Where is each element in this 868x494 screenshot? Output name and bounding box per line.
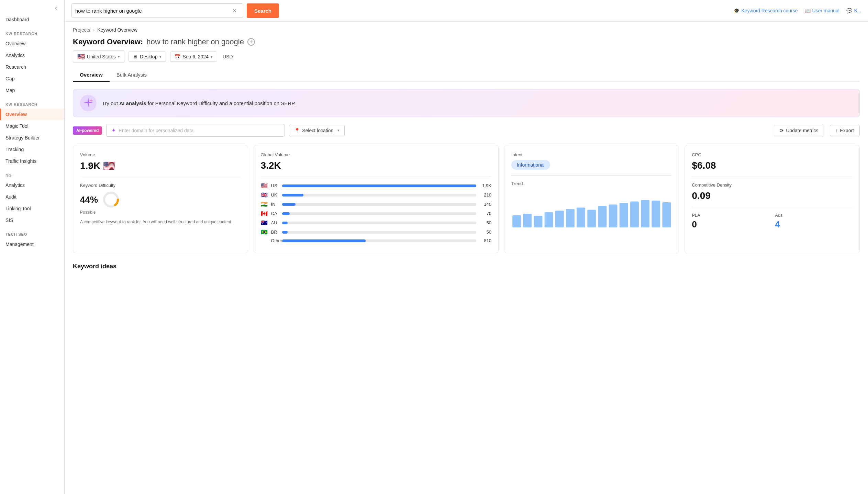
breadcrumb-current: Keyword Overview <box>97 27 137 33</box>
metrics-row: Volume 1.9K 🇺🇸 Keyword Difficulty 44% Po… <box>73 145 860 253</box>
sidebar-item-ng-sis[interactable]: SIS <box>0 214 64 226</box>
country-count: 50 <box>479 229 491 235</box>
intent-trend-card: Intent Informational Trend <box>504 145 679 253</box>
country-count: 50 <box>479 220 491 225</box>
graduation-icon: 🎓 <box>734 8 739 13</box>
sidebar-item-kw-gap[interactable]: Gap <box>0 73 64 85</box>
sidebar-item-kw-traffic[interactable]: Traffic Insights <box>0 155 64 167</box>
bar-fill <box>282 231 288 234</box>
filters-row: 🇺🇸 United States ▾ 🖥 Desktop ▾ 📅 Sep 6, … <box>73 50 860 63</box>
location-selector[interactable]: 📍 Select location ▾ <box>289 125 345 136</box>
sidebar-item-kw-overview[interactable]: Overview <box>0 38 64 49</box>
export-icon: ↑ <box>836 128 838 133</box>
sidebar-item-ng-analytics[interactable]: Analytics <box>0 179 64 191</box>
trend-bar <box>652 201 660 227</box>
competitive-density-label: Competitive Density <box>692 182 853 188</box>
tab-overview[interactable]: Overview <box>73 68 110 82</box>
trend-chart <box>511 193 672 227</box>
country-count: 210 <box>479 192 491 198</box>
search-clear-icon[interactable]: ✕ <box>232 8 237 14</box>
search-input[interactable] <box>75 8 232 14</box>
ai-banner-text: Try out AI analysis for Personal Keyword… <box>102 100 296 106</box>
ai-banner: Try out AI analysis for Personal Keyword… <box>73 89 860 117</box>
search-button[interactable]: Search <box>247 3 279 18</box>
sidebar-item-label: Dashboard <box>5 17 29 22</box>
page-title-static: Keyword Overview: <box>73 37 143 46</box>
bar-fill <box>282 194 303 197</box>
device-filter[interactable]: 🖥 Desktop ▾ <box>129 52 166 62</box>
page-header: Keyword Overview: how to rank higher on … <box>73 37 860 63</box>
date-filter[interactable]: 📅 Sep 6, 2024 ▾ <box>170 52 217 62</box>
breadcrumb: Projects › Keyword Overview <box>73 27 860 33</box>
sidebar-section-ng: NG <box>0 167 64 179</box>
user-manual-link[interactable]: 📖 User manual <box>805 8 839 13</box>
sidebar-item-kw-strategy[interactable]: Strategy Builder <box>0 132 64 144</box>
update-metrics-button[interactable]: ⟳ Update metrics <box>774 125 824 136</box>
sidebar-item-kw-analytics[interactable]: Analytics <box>0 49 64 61</box>
sidebar-section-kw-research-1: KW RESEARCH <box>0 25 64 38</box>
country-code: UK <box>271 192 279 198</box>
export-button[interactable]: ↑ Export <box>830 125 860 136</box>
global-volume-card: Global Volume 3.2K 🇺🇸 US 1.9K 🇬🇧 UK 210 … <box>254 145 499 253</box>
country-flag-icon: 🇮🇳 <box>261 201 268 207</box>
share-link[interactable]: 💬 S... <box>846 8 861 13</box>
sidebar-section-kw-research-2: KW RESEARCH <box>0 96 64 109</box>
sidebar-item-kw-research[interactable]: Research <box>0 61 64 73</box>
sidebar-section-tech-seo: TECH SEO <box>0 226 64 238</box>
sidebar-item-dashboard[interactable]: Dashboard <box>0 14 64 25</box>
add-keyword-icon[interactable]: + <box>247 38 255 46</box>
device-label: Desktop <box>140 54 157 59</box>
bar-track <box>282 239 476 242</box>
trend-bar <box>609 204 617 227</box>
sidebar-item-ng-tool[interactable]: Linking Tool <box>0 203 64 214</box>
pla-label: PLA <box>692 213 769 218</box>
intent-label: Intent <box>511 152 672 157</box>
country-flag: 🇺🇸 <box>77 53 85 60</box>
ads-value: 4 <box>775 219 853 230</box>
sidebar-item-kw-magic[interactable]: Magic Tool <box>0 120 64 132</box>
country-bar-row: 🇺🇸 US 1.9K <box>261 182 491 189</box>
tab-bar: Overview Bulk Analysis <box>73 68 860 82</box>
sidebar-item-label: Gap <box>5 76 14 81</box>
bar-track <box>282 231 476 234</box>
content-area: Projects › Keyword Overview Keyword Over… <box>65 22 868 494</box>
sidebar-item-kw-map[interactable]: Map <box>0 85 64 96</box>
volume-value: 1.9K 🇺🇸 <box>80 160 241 171</box>
country-code: US <box>271 183 279 188</box>
sidebar-item-kw-tracking[interactable]: Tracking <box>0 144 64 155</box>
sidebar-item-label: Audit <box>5 194 16 200</box>
trend-bar <box>598 206 607 227</box>
difficulty-description: A competitive keyword to rank for. You w… <box>80 219 241 225</box>
currency-label: USD <box>223 54 233 59</box>
sidebar-item-label: Overview <box>5 112 27 117</box>
breadcrumb-projects[interactable]: Projects <box>73 27 90 33</box>
country-code: BR <box>271 229 279 235</box>
sidebar-collapse-button[interactable] <box>0 3 64 14</box>
trend-bar <box>620 203 628 227</box>
country-filter[interactable]: 🇺🇸 United States ▾ <box>73 50 124 63</box>
book-icon: 📖 <box>805 8 811 13</box>
sidebar-item-kw-overview2[interactable]: Overview <box>0 109 64 120</box>
trend-bar <box>523 214 532 227</box>
difficulty-donut-chart <box>102 191 120 209</box>
country-flag-icon: 🇺🇸 <box>261 182 268 189</box>
keyword-ideas-section: Keyword ideas <box>73 263 860 270</box>
breadcrumb-separator: › <box>93 27 95 33</box>
keyword-ideas-title: Keyword ideas <box>73 263 860 270</box>
sidebar-item-ng-audit[interactable]: Audit <box>0 191 64 203</box>
trend-bar <box>545 212 553 227</box>
sparkle-icon: ✦ <box>111 127 116 134</box>
tab-bulk-analysis[interactable]: Bulk Analysis <box>110 68 154 82</box>
sidebar-item-label: Overview <box>5 41 25 46</box>
ads-section: Ads 4 <box>775 213 853 230</box>
date-label: Sep 6, 2024 <box>182 54 209 59</box>
ai-domain-input[interactable]: ✦ Enter domain for personalized data <box>106 124 285 137</box>
bar-track <box>282 203 476 206</box>
sidebar-item-label: Linking Tool <box>5 206 31 211</box>
kw-research-course-link[interactable]: 🎓 Keyword Research course <box>734 8 798 13</box>
country-flag-icon: 🇧🇷 <box>261 229 268 235</box>
country-count: 1.9K <box>479 183 491 188</box>
trend-bar <box>512 215 521 227</box>
sidebar-item-tech-management[interactable]: Management <box>0 238 64 250</box>
us-flag: 🇺🇸 <box>103 160 115 171</box>
